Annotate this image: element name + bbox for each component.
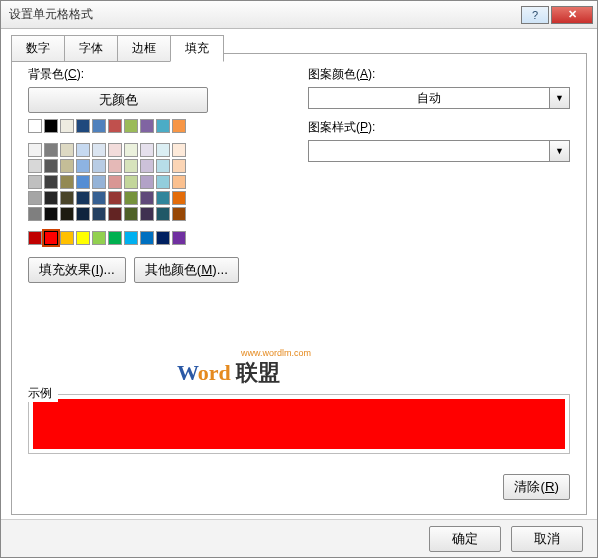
clear-button[interactable]: 清除(R) bbox=[503, 474, 570, 500]
color-swatch[interactable] bbox=[76, 143, 90, 157]
color-swatch[interactable] bbox=[60, 207, 74, 221]
color-swatch[interactable] bbox=[156, 175, 170, 189]
color-swatch[interactable] bbox=[28, 191, 42, 205]
tab-number[interactable]: 数字 bbox=[11, 35, 65, 62]
color-swatch[interactable] bbox=[124, 159, 138, 173]
color-swatch[interactable] bbox=[92, 119, 106, 133]
sample-section: 示例 bbox=[28, 377, 570, 454]
color-swatch[interactable] bbox=[124, 207, 138, 221]
color-swatch[interactable] bbox=[172, 207, 186, 221]
color-swatch[interactable] bbox=[76, 207, 90, 221]
color-swatch[interactable] bbox=[124, 143, 138, 157]
color-swatch[interactable] bbox=[60, 231, 74, 245]
sample-label: 示例 bbox=[28, 385, 58, 402]
color-swatch[interactable] bbox=[108, 159, 122, 173]
color-swatch[interactable] bbox=[76, 175, 90, 189]
chevron-down-icon[interactable]: ▼ bbox=[550, 140, 570, 162]
color-swatch[interactable] bbox=[28, 207, 42, 221]
color-swatch[interactable] bbox=[108, 191, 122, 205]
cancel-button[interactable]: 取消 bbox=[511, 526, 583, 552]
fill-effects-button[interactable]: 填充效果(I)... bbox=[28, 257, 126, 283]
more-colors-button[interactable]: 其他颜色(M)... bbox=[134, 257, 239, 283]
color-swatch[interactable] bbox=[92, 207, 106, 221]
ok-button[interactable]: 确定 bbox=[429, 526, 501, 552]
color-swatch[interactable] bbox=[44, 159, 58, 173]
color-swatch[interactable] bbox=[156, 207, 170, 221]
color-swatch[interactable] bbox=[140, 159, 154, 173]
color-swatch[interactable] bbox=[60, 175, 74, 189]
pattern-style-dropdown[interactable]: ▼ bbox=[308, 140, 570, 162]
no-color-button[interactable]: 无颜色 bbox=[28, 87, 208, 113]
dialog-window: 设置单元格格式 ? ✕ 数字 字体 边框 填充 背景色(C): 无颜色 bbox=[0, 0, 598, 558]
color-swatch[interactable] bbox=[124, 191, 138, 205]
color-swatch[interactable] bbox=[28, 159, 42, 173]
chevron-down-icon[interactable]: ▼ bbox=[550, 87, 570, 109]
pattern-color-label: 图案颜色(A): bbox=[308, 66, 570, 83]
color-swatch[interactable] bbox=[156, 119, 170, 133]
palette-row-standard bbox=[28, 231, 288, 245]
color-swatch[interactable] bbox=[140, 119, 154, 133]
color-swatch[interactable] bbox=[172, 159, 186, 173]
color-swatch[interactable] bbox=[28, 231, 42, 245]
color-swatch[interactable] bbox=[172, 231, 186, 245]
color-swatch[interactable] bbox=[172, 119, 186, 133]
color-swatch[interactable] bbox=[76, 159, 90, 173]
color-swatch[interactable] bbox=[156, 159, 170, 173]
color-swatch[interactable] bbox=[92, 175, 106, 189]
color-swatch[interactable] bbox=[172, 175, 186, 189]
color-swatch[interactable] bbox=[44, 207, 58, 221]
color-swatch[interactable] bbox=[60, 159, 74, 173]
sample-fill bbox=[33, 399, 565, 449]
color-swatch[interactable] bbox=[140, 143, 154, 157]
color-swatch[interactable] bbox=[140, 231, 154, 245]
color-swatch[interactable] bbox=[124, 119, 138, 133]
color-swatch[interactable] bbox=[60, 143, 74, 157]
color-swatch[interactable] bbox=[108, 119, 122, 133]
color-swatch[interactable] bbox=[76, 119, 90, 133]
color-swatch[interactable] bbox=[108, 175, 122, 189]
color-swatch[interactable] bbox=[44, 119, 58, 133]
sample-box bbox=[28, 394, 570, 454]
color-swatch[interactable] bbox=[172, 191, 186, 205]
color-swatch[interactable] bbox=[76, 191, 90, 205]
color-swatch[interactable] bbox=[92, 191, 106, 205]
color-swatch[interactable] bbox=[156, 143, 170, 157]
color-swatch[interactable] bbox=[124, 175, 138, 189]
color-swatch[interactable] bbox=[92, 143, 106, 157]
color-swatch[interactable] bbox=[156, 191, 170, 205]
color-swatch[interactable] bbox=[140, 191, 154, 205]
right-column: 图案颜色(A): 自动 ▼ 图案样式(P): ▼ bbox=[288, 66, 570, 283]
color-swatch[interactable] bbox=[140, 175, 154, 189]
color-swatch[interactable] bbox=[44, 231, 58, 245]
color-swatch[interactable] bbox=[60, 119, 74, 133]
palette-row bbox=[28, 143, 288, 157]
close-button[interactable]: ✕ bbox=[551, 6, 593, 24]
color-swatch[interactable] bbox=[156, 231, 170, 245]
color-swatch[interactable] bbox=[108, 231, 122, 245]
color-swatch[interactable] bbox=[108, 143, 122, 157]
tab-font[interactable]: 字体 bbox=[64, 35, 118, 62]
window-buttons: ? ✕ bbox=[521, 6, 593, 24]
color-swatch[interactable] bbox=[108, 207, 122, 221]
color-swatch[interactable] bbox=[44, 175, 58, 189]
dialog-footer: 确定 取消 bbox=[1, 519, 597, 557]
color-swatch[interactable] bbox=[60, 191, 74, 205]
bgcolor-label: 背景色(C): bbox=[28, 66, 288, 83]
color-swatch[interactable] bbox=[140, 207, 154, 221]
color-swatch[interactable] bbox=[92, 231, 106, 245]
color-swatch[interactable] bbox=[92, 159, 106, 173]
palette-row bbox=[28, 159, 288, 173]
color-swatch[interactable] bbox=[76, 231, 90, 245]
color-swatch[interactable] bbox=[44, 143, 58, 157]
color-swatch[interactable] bbox=[28, 143, 42, 157]
help-button[interactable]: ? bbox=[521, 6, 549, 24]
pattern-color-dropdown[interactable]: 自动 ▼ bbox=[308, 87, 570, 109]
color-swatch[interactable] bbox=[44, 191, 58, 205]
color-swatch[interactable] bbox=[28, 119, 42, 133]
color-swatch[interactable] bbox=[172, 143, 186, 157]
tab-border[interactable]: 边框 bbox=[117, 35, 171, 62]
pattern-style-label: 图案样式(P): bbox=[308, 119, 570, 136]
color-swatch[interactable] bbox=[124, 231, 138, 245]
color-swatch[interactable] bbox=[28, 175, 42, 189]
tab-fill[interactable]: 填充 bbox=[170, 35, 224, 62]
